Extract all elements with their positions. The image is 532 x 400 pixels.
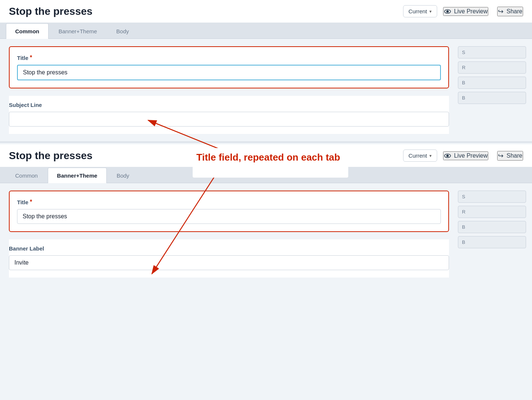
sidebar-hint-3: B	[458, 77, 526, 89]
page-title-1: Stop the presses	[9, 6, 397, 17]
tabs-bar-1: Common Banner+Theme Body	[0, 23, 532, 39]
form-main-1: Title * Subject Line	[0, 39, 458, 141]
share-arrow-icon-1: ↪	[498, 7, 503, 16]
title-input-1[interactable]	[17, 65, 441, 80]
share-button-1[interactable]: ↪ Share	[497, 7, 523, 16]
tab-common-2[interactable]: Common	[6, 168, 47, 183]
chevron-down-icon-2: ▾	[429, 153, 432, 158]
title-input-2[interactable]	[17, 209, 441, 224]
header-actions-1: Live Preview ↪ Share	[443, 7, 523, 16]
panel-1: Stop the presses Current ▾ Live Preview …	[0, 0, 532, 143]
current-dropdown-1[interactable]: Current ▾	[403, 5, 437, 17]
chevron-down-icon-1: ▾	[429, 9, 432, 14]
sidebar-hint-1: S	[458, 46, 526, 58]
eye-icon-1	[444, 8, 451, 15]
title-label-1: Title *	[17, 54, 441, 61]
form-main-2: Title * Banner Label	[0, 183, 458, 285]
tab-banner-theme-2[interactable]: Banner+Theme	[48, 168, 107, 183]
title-field-card-1: Title *	[9, 46, 449, 88]
sidebar-hint-4: B	[458, 92, 526, 104]
banner-label-section-2: Banner Label	[9, 239, 449, 278]
sidebar-1: S R B B	[458, 39, 532, 141]
page-title-2: Stop the presses	[9, 150, 397, 162]
live-preview-label-1: Live Preview	[454, 8, 488, 15]
banner-label-input-2[interactable]	[9, 255, 449, 270]
sidebar-hint-6: R	[458, 206, 526, 218]
tab-common-1[interactable]: Common	[6, 23, 49, 39]
share-label-2: Share	[506, 152, 522, 159]
title-label-2: Title *	[17, 199, 441, 205]
tabs-bar-2: Common Banner+Theme Body	[0, 167, 532, 183]
svg-point-3	[446, 155, 448, 157]
svg-point-1	[446, 10, 448, 12]
current-label-2: Current	[409, 152, 427, 159]
current-label-1: Current	[409, 8, 427, 14]
sidebar-hint-8: B	[458, 236, 526, 248]
title-field-card-2: Title *	[9, 191, 449, 232]
sidebar-2: S R B B	[458, 183, 532, 285]
share-arrow-icon-2: ↪	[498, 152, 503, 160]
subject-line-section-1: Subject Line	[9, 96, 449, 134]
required-star-title-1: *	[30, 54, 32, 61]
tab-body-1[interactable]: Body	[107, 23, 138, 39]
form-area-1: Title * Subject Line S R B B	[0, 39, 532, 141]
live-preview-label-2: Live Preview	[454, 152, 488, 159]
panel-2: Stop the presses Current ▾ Live Preview …	[0, 144, 532, 285]
current-dropdown-2[interactable]: Current ▾	[403, 149, 437, 162]
subject-line-input-1[interactable]	[9, 112, 449, 127]
sidebar-hint-5: S	[458, 191, 526, 203]
form-area-2: Title * Banner Label S R B B	[0, 183, 532, 285]
sidebar-hint-7: B	[458, 221, 526, 233]
tab-body-2[interactable]: Body	[107, 168, 139, 183]
live-preview-button-2[interactable]: Live Preview	[443, 151, 489, 160]
share-button-2[interactable]: ↪ Share	[497, 151, 523, 161]
eye-icon-2	[444, 152, 451, 159]
live-preview-button-1[interactable]: Live Preview	[443, 7, 489, 16]
required-star-title-2: *	[30, 199, 32, 205]
subject-line-label-1: Subject Line	[9, 102, 449, 108]
tab-banner-theme-1[interactable]: Banner+Theme	[49, 23, 106, 39]
banner-label-label-2: Banner Label	[9, 245, 449, 252]
header-bar-2: Stop the presses Current ▾ Live Preview …	[0, 144, 532, 167]
share-label-1: Share	[506, 8, 522, 15]
header-bar-1: Stop the presses Current ▾ Live Preview …	[0, 0, 532, 23]
header-actions-2: Live Preview ↪ Share	[443, 151, 523, 161]
sidebar-hint-2: R	[458, 61, 526, 74]
